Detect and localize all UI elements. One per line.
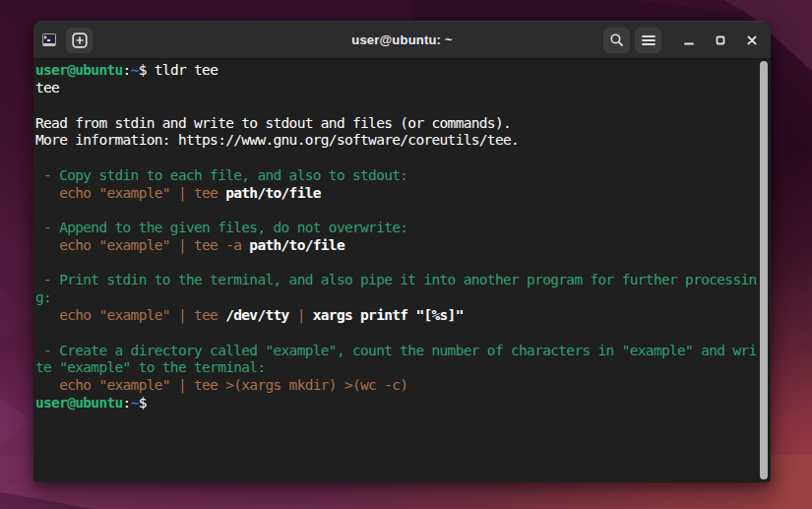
terminal-prompt-icon bbox=[44, 35, 49, 41]
minimize-button[interactable] bbox=[673, 28, 705, 53]
close-icon bbox=[746, 34, 758, 46]
scrollbar-thumb[interactable] bbox=[760, 61, 768, 479]
terminal-app-icon bbox=[42, 33, 56, 46]
terminal-line bbox=[35, 97, 757, 115]
terminal-line: echo "example" | tee >(xargs mkdir) >(wc… bbox=[35, 377, 757, 395]
search-icon bbox=[609, 32, 624, 47]
terminal-line: More information: https://www.gnu.org/so… bbox=[35, 132, 757, 150]
menu-button[interactable] bbox=[635, 28, 661, 53]
terminal-output: user@ubuntu:~$ tldr teeteeRead from stdi… bbox=[35, 62, 757, 412]
scrollbar[interactable] bbox=[757, 59, 771, 482]
terminal-window: user@ubuntu: ~ bbox=[33, 21, 771, 482]
terminal-line: echo "example" | tee path/to/file bbox=[35, 185, 757, 203]
terminal-line bbox=[35, 255, 757, 273]
terminal-line: - Append to the given files, do not over… bbox=[35, 220, 757, 237]
maximize-icon bbox=[715, 34, 726, 46]
new-tab-button[interactable] bbox=[66, 28, 93, 53]
terminal-line: - Copy stdin to each file, and also to s… bbox=[35, 167, 757, 185]
close-button[interactable] bbox=[736, 28, 768, 53]
hamburger-menu-icon bbox=[642, 34, 656, 46]
terminal-line: user@ubuntu:~$ tldr tee bbox=[35, 62, 757, 80]
terminal-line: - Create a directory called "example", c… bbox=[35, 343, 757, 360]
terminal-line bbox=[35, 150, 757, 167]
terminal-line: Read from stdin and write to stdout and … bbox=[35, 115, 757, 133]
maximize-button[interactable] bbox=[705, 28, 736, 53]
search-button[interactable] bbox=[603, 28, 630, 53]
terminal-line: echo "example" | tee -a path/to/file bbox=[35, 237, 757, 255]
terminal-line: echo "example" | tee /dev/tty | xargs pr… bbox=[35, 307, 757, 325]
plus-in-square-icon bbox=[72, 32, 88, 48]
terminal-line: te "example" to the terminal: bbox=[35, 359, 757, 377]
terminal-line: g: bbox=[35, 289, 757, 307]
terminal-line bbox=[35, 325, 757, 343]
terminal-line: tee bbox=[35, 80, 757, 97]
terminal-line: - Print stdin to the terminal, and also … bbox=[35, 272, 757, 289]
minimize-icon bbox=[683, 34, 695, 46]
terminal-line bbox=[35, 202, 757, 220]
terminal-line: user@ubuntu:~$ bbox=[35, 395, 757, 413]
terminal-headerbar[interactable]: user@ubuntu: ~ bbox=[33, 21, 771, 59]
terminal-viewport[interactable]: user@ubuntu:~$ tldr teeteeRead from stdi… bbox=[33, 59, 771, 482]
